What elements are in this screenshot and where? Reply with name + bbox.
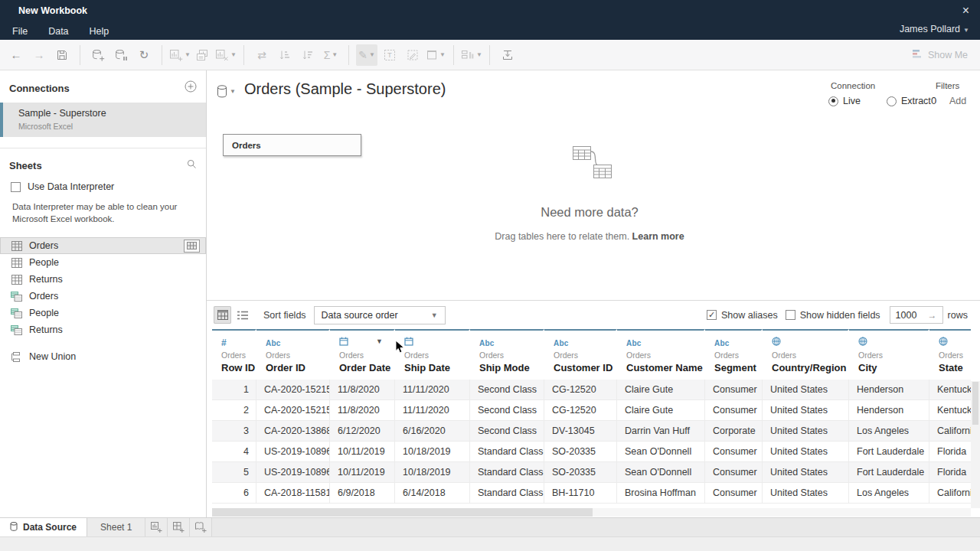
forward-button[interactable]: → — [28, 44, 50, 66]
grid-view-toggle[interactable] — [214, 306, 231, 324]
column-header-ship-date[interactable]: OrdersShip Date — [395, 329, 470, 380]
duplicate-sheet-button[interactable] — [192, 44, 214, 66]
cell: SO-20335 — [544, 442, 617, 462]
sheet-item-label: Orders — [29, 240, 58, 251]
sort-ascending-button[interactable] — [274, 44, 296, 66]
sort-fields-dropdown[interactable]: Data source order ▼ — [314, 306, 446, 324]
cell: Consumer — [705, 400, 763, 421]
horizontal-scrollbar-thumb[interactable] — [212, 508, 593, 517]
datasource-icon[interactable]: ▼ — [217, 85, 236, 98]
new-union-item[interactable]: New Union — [0, 348, 206, 365]
view-data-button[interactable] — [184, 240, 200, 253]
column-name: Country/Region — [772, 362, 848, 373]
metadata-view-toggle[interactable] — [234, 306, 251, 324]
show-aliases-checkbox[interactable]: ✓ — [707, 310, 717, 320]
run-auto-updates-button[interactable]: ↻ — [133, 44, 155, 66]
column-header-customer-id[interactable]: AbcOrdersCustomer ID — [544, 329, 617, 380]
column-header-order-id[interactable]: AbcOrdersOrder ID — [256, 329, 330, 380]
new-worksheet-button[interactable]: ▼ — [169, 44, 191, 66]
new-worksheet-button[interactable] — [145, 518, 168, 536]
fix-axes-button[interactable] — [402, 44, 423, 66]
show-aliases-label: Show aliases — [721, 310, 778, 321]
rows-input[interactable]: 1000 → — [890, 306, 943, 324]
sheet-item-people[interactable]: People — [0, 254, 206, 271]
new-dashboard-button[interactable] — [168, 518, 190, 536]
add-connection-icon[interactable] — [185, 80, 197, 96]
menu-data[interactable]: Data — [48, 26, 68, 37]
cell: United States — [763, 421, 849, 442]
column-header-segment[interactable]: AbcOrdersSegment — [705, 329, 763, 380]
pause-auto-updates-button[interactable] — [110, 44, 132, 66]
cell: Standard Class — [470, 442, 544, 462]
relate-tables-icon — [207, 145, 972, 190]
vertical-scrollbar[interactable] — [971, 381, 980, 508]
column-source: Orders — [404, 350, 469, 360]
column-menu-icon[interactable]: ▼ — [376, 337, 383, 345]
horizontal-scrollbar[interactable] — [212, 508, 971, 517]
sheet-item-orders-range[interactable]: Orders — [0, 288, 206, 305]
column-source: Orders — [479, 350, 543, 360]
sort-descending-button[interactable] — [297, 44, 318, 66]
column-header-city[interactable]: OrdersCity — [849, 329, 929, 380]
column-header-order-date[interactable]: ▼OrdersOrder Date — [330, 329, 395, 380]
new-story-button[interactable] — [190, 518, 212, 536]
sheet-item-returns-range[interactable]: Returns — [0, 321, 206, 338]
cell: 4 — [212, 442, 256, 462]
format-workbook-button[interactable]: ▼ — [425, 44, 446, 66]
toolbar-separator — [80, 45, 80, 65]
user-menu[interactable]: James Pollard▼ — [900, 24, 969, 34]
column-header-row-id[interactable]: #OrdersRow ID — [212, 329, 256, 380]
fit-button[interactable]: ▼ — [461, 44, 482, 66]
column-name: Customer ID — [554, 362, 616, 373]
cell: BH-11710 — [544, 483, 617, 504]
toolbar-separator — [162, 45, 162, 65]
data-interpreter-checkbox[interactable] — [11, 182, 21, 192]
live-radio[interactable] — [828, 96, 838, 106]
connection-item[interactable]: Sample - Superstore Microsoft Excel — [0, 103, 206, 137]
sheet-item-orders[interactable]: Orders — [0, 237, 206, 254]
vertical-scrollbar-thumb[interactable] — [972, 382, 978, 425]
cell: California — [929, 483, 971, 504]
search-icon[interactable] — [187, 158, 197, 172]
show-mark-labels-button[interactable]: T — [379, 44, 400, 66]
column-header-country-region[interactable]: OrdersCountry/Region — [763, 329, 849, 380]
column-header-state[interactable]: OrdersState — [929, 329, 971, 380]
tab-data-source[interactable]: Data Source — [0, 518, 87, 536]
learn-more-link[interactable]: Learn more — [632, 231, 684, 242]
field-type-number-icon: # — [221, 335, 227, 349]
sheet-item-people-range[interactable]: People — [0, 305, 206, 321]
sheet-item-returns[interactable]: Returns — [0, 271, 206, 288]
column-header-customer-name[interactable]: AbcOrdersCustomer Name — [617, 329, 705, 380]
new-data-source-button[interactable] — [87, 44, 109, 66]
extract-radio[interactable] — [887, 96, 897, 106]
swap-rows-columns-button[interactable]: ⇄ — [251, 44, 273, 66]
cell: 6/16/2020 — [395, 421, 470, 442]
menu-help[interactable]: Help — [90, 26, 109, 37]
show-me-button[interactable]: Show Me — [912, 40, 968, 70]
close-icon[interactable]: × — [962, 4, 969, 18]
sheet-item-label: People — [29, 308, 59, 318]
connection-name: Sample - Superstore — [18, 108, 197, 119]
table-row: 4US-2019-10896610/11/201910/18/2019Stand… — [212, 442, 971, 462]
presentation-mode-button[interactable] — [497, 44, 518, 66]
filters-add-button[interactable]: Add — [949, 96, 966, 106]
cell: 10/11/2019 — [330, 442, 395, 462]
menu-file[interactable]: File — [12, 26, 28, 37]
data-grid: #OrdersRow IDAbcOrdersOrder ID▼OrdersOrd… — [212, 329, 971, 507]
clear-sheet-button[interactable]: ▼ — [215, 44, 237, 66]
save-button[interactable] — [51, 44, 73, 66]
highlight-button[interactable]: ✎▼ — [356, 44, 377, 66]
tab-sheet1[interactable]: Sheet 1 — [87, 518, 145, 536]
cell: US-2019-108966 — [256, 442, 330, 462]
column-source: Orders — [266, 350, 328, 360]
cell: Florida — [929, 462, 971, 483]
column-header-ship-mode[interactable]: AbcOrdersShip Mode — [470, 329, 544, 380]
cell: CG-12520 — [544, 380, 617, 400]
data-interpreter-label: Use Data Interpreter — [28, 181, 114, 192]
show-hidden-fields-checkbox[interactable] — [786, 310, 795, 320]
totals-button[interactable]: Σ▼ — [320, 44, 341, 66]
use-data-interpreter[interactable]: Use Data Interpreter — [0, 179, 206, 192]
back-button[interactable]: ← — [5, 44, 27, 66]
cell: Consumer — [705, 462, 763, 483]
show-me-icon — [912, 49, 923, 61]
